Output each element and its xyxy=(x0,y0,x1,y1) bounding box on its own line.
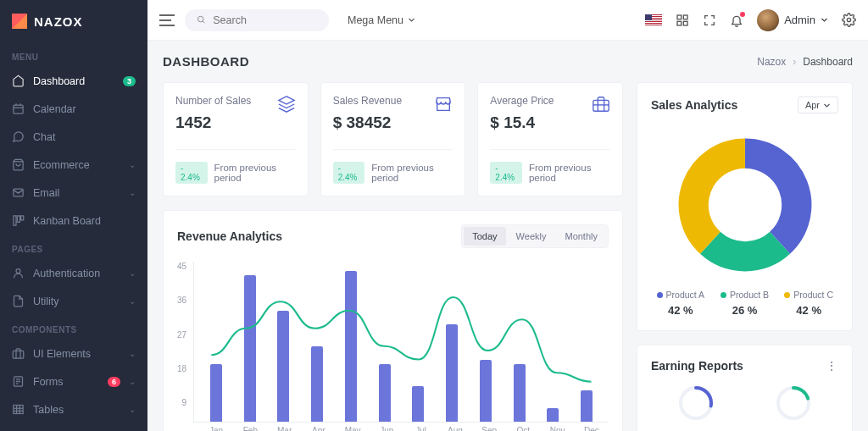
x-tick: Jun xyxy=(370,426,403,431)
tab-today[interactable]: Today xyxy=(464,227,505,246)
sidebar-item-label: Tables xyxy=(33,404,120,416)
sidebar-item-label: Email xyxy=(33,187,120,199)
mega-menu-button[interactable]: Mega Menu xyxy=(348,14,415,26)
notifications-button[interactable] xyxy=(730,14,743,27)
sidebar-item-label: Dashboard xyxy=(33,75,114,87)
donut-chart[interactable] xyxy=(651,127,838,288)
chevron-down-icon: ⌄ xyxy=(129,268,136,278)
legend-dot-icon xyxy=(721,292,726,298)
sidebar-item-kanban-board[interactable]: Kanban Board xyxy=(0,207,147,235)
chevron-down-icon: ⌄ xyxy=(129,405,136,414)
donut-slice[interactable] xyxy=(709,243,779,257)
sidebar-item-utility[interactable]: Utility ⌄ xyxy=(0,287,147,315)
search-box[interactable] xyxy=(185,9,329,31)
menu-section-header: COMPONENTS xyxy=(0,315,147,340)
apps-grid-button[interactable] xyxy=(676,14,689,27)
x-tick: Oct xyxy=(506,426,540,431)
analytics-period-label: Apr xyxy=(805,100,820,110)
sidebar-item-email[interactable]: Email ⌄ xyxy=(0,179,147,207)
progress-ring[interactable] xyxy=(677,384,715,422)
chevron-down-icon: ⌄ xyxy=(129,349,136,358)
tab-weekly[interactable]: Weekly xyxy=(508,227,555,246)
topbar: Mega Menu Admin xyxy=(147,0,868,41)
settings-button[interactable] xyxy=(842,13,856,27)
store-icon xyxy=(434,95,453,113)
stat-label: Number of Sales xyxy=(175,95,251,107)
user-menu-button[interactable]: Admin xyxy=(757,9,828,31)
stat-card: Number of Sales 1452 - 2.4% From previou… xyxy=(163,82,309,196)
search-input[interactable] xyxy=(213,14,317,26)
legend-dot-icon xyxy=(784,292,790,298)
menu-toggle-icon[interactable] xyxy=(159,14,175,26)
svg-rect-0 xyxy=(14,105,23,113)
legend-label: Product B xyxy=(730,290,769,300)
menu-section-header: PAGES xyxy=(0,235,147,259)
sidebar-item-tables[interactable]: Tables ⌄ xyxy=(0,395,147,423)
svg-point-32 xyxy=(847,18,850,21)
sidebar-item-label: Kanban Board xyxy=(33,215,136,227)
svg-rect-15 xyxy=(14,406,23,414)
stat-value: $ 15.4 xyxy=(490,113,554,132)
x-tick: Dec xyxy=(575,426,609,431)
x-tick: Sep xyxy=(472,426,506,431)
sidebar-item-ecommerce[interactable]: Ecommerce ⌄ xyxy=(0,151,147,179)
y-tick: 27 xyxy=(177,330,186,340)
sidebar-item-label: Utility xyxy=(33,296,120,307)
earning-menu-button[interactable]: ⋮ xyxy=(826,359,838,373)
tab-monthly[interactable]: Monthly xyxy=(556,227,606,246)
stat-value: 1452 xyxy=(175,113,251,132)
earning-item: Weekly Earnings xyxy=(651,384,741,431)
donut-slice[interactable] xyxy=(693,153,745,243)
svg-marker-33 xyxy=(279,97,294,104)
fullscreen-button[interactable] xyxy=(703,14,716,27)
notification-dot-icon xyxy=(740,12,745,17)
sidebar-item-calendar[interactable]: Calendar xyxy=(0,95,147,123)
sidebar-item-charts[interactable]: Charts ⌄ xyxy=(0,423,147,431)
stat-value: $ 38452 xyxy=(333,113,402,132)
svg-rect-34 xyxy=(593,100,609,111)
file-icon xyxy=(12,295,25,307)
legend-dot-icon xyxy=(657,292,663,298)
x-tick: Apr xyxy=(302,426,336,431)
sidebar-item-forms[interactable]: Forms 6 ⌄ xyxy=(0,367,147,395)
language-flag-button[interactable] xyxy=(645,14,662,25)
table-icon xyxy=(12,403,25,416)
kanban-icon xyxy=(12,214,25,227)
x-tick: Nov xyxy=(541,426,575,431)
stat-label: Sales Revenue xyxy=(333,95,402,107)
chevron-down-icon: ⌄ xyxy=(129,188,136,197)
x-tick: Jan xyxy=(199,426,233,431)
fullscreen-icon xyxy=(703,14,716,27)
sales-analytics-card: Sales Analytics Apr Product A42 %Product… xyxy=(637,82,853,331)
sidebar-item-dashboard[interactable]: Dashboard 3 xyxy=(0,67,147,95)
breadcrumb: Nazox › Dashboard xyxy=(757,56,853,68)
revenue-title: Revenue Analytics xyxy=(177,229,282,243)
revenue-chart-plot[interactable] xyxy=(193,262,609,423)
donut-slice[interactable] xyxy=(745,153,797,243)
flag-us-icon xyxy=(645,14,662,25)
chevron-down-icon: ⌄ xyxy=(129,160,136,169)
legend-value: 42 % xyxy=(779,304,838,317)
sidebar-item-label: Forms xyxy=(33,376,99,388)
earning-item: Monthly Earnings xyxy=(749,384,839,431)
x-tick: Aug xyxy=(438,426,472,431)
breadcrumb-root[interactable]: Nazox xyxy=(757,56,786,68)
logo-mark-icon xyxy=(12,14,27,29)
logo[interactable]: NAZOX xyxy=(0,0,147,42)
analytics-title: Sales Analytics xyxy=(651,98,737,112)
svg-rect-10 xyxy=(13,351,24,358)
briefcase2-icon xyxy=(12,347,25,360)
sidebar-item-chat[interactable]: Chat xyxy=(0,123,147,151)
svg-rect-29 xyxy=(683,15,687,19)
progress-ring[interactable] xyxy=(775,384,812,422)
line-series[interactable] xyxy=(211,297,591,382)
sidebar-item-ui-elements[interactable]: UI Elements ⌄ xyxy=(0,340,147,367)
logo-text: NAZOX xyxy=(34,14,83,29)
legend-value: 26 % xyxy=(715,304,775,317)
analytics-period-select[interactable]: Apr xyxy=(798,97,838,113)
sidebar-item-authentication[interactable]: Authentication ⌄ xyxy=(0,259,147,287)
stat-sublabel: From previous period xyxy=(529,163,610,183)
stat-pct-badge: - 2.4% xyxy=(490,162,522,184)
legend-item: Product B26 % xyxy=(715,288,775,317)
stat-card: Sales Revenue $ 38452 - 2.4% From previo… xyxy=(320,82,466,196)
